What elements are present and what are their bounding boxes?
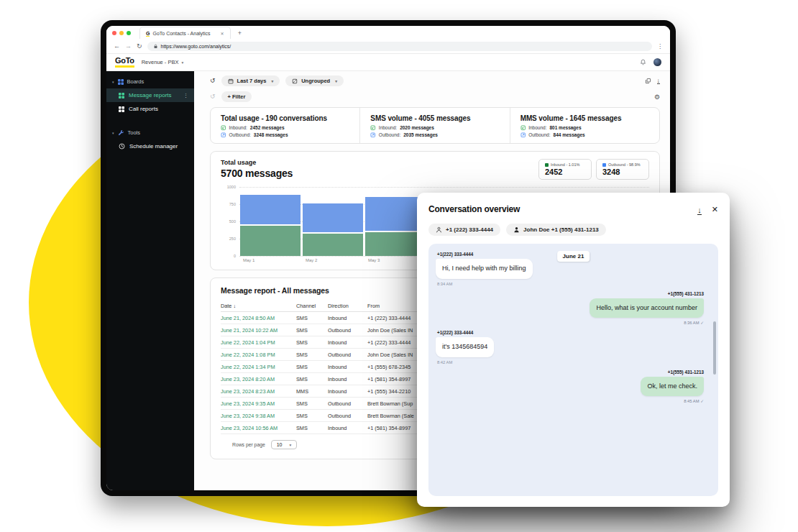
stat-line-label: Inbound: xyxy=(528,125,546,130)
toolbar-row-1: ↺ Last 7 days ▾ Ungrouped ▾ xyxy=(210,75,660,86)
sidebar-section-label: Boards xyxy=(127,78,145,85)
date-link[interactable]: June 23, 2024 9:38 AM xyxy=(221,413,296,419)
inbound-message-icon xyxy=(520,125,526,131)
refresh-icon[interactable]: ↺ xyxy=(210,78,216,84)
reload-icon[interactable]: ↻ xyxy=(137,43,142,50)
stat-line-value: 844 messages xyxy=(554,132,585,137)
rows-per-page-label: Rows per page xyxy=(232,442,265,447)
table-cell: SMS xyxy=(296,425,328,431)
participant-pill[interactable]: John Doe +1 (555) 431-1213 xyxy=(506,224,606,236)
sidebar-item-call-reports[interactable]: Call reports xyxy=(106,102,194,116)
date-link[interactable]: June 22, 2024 1:08 PM xyxy=(221,352,296,358)
stat-line-label: Outbound: xyxy=(229,132,251,137)
chat-scrollbar[interactable] xyxy=(713,321,716,375)
table-cell: Inbound xyxy=(328,425,367,431)
app-header: GoTo Revenue - PBX ▾ xyxy=(106,54,670,71)
column-header-direction[interactable]: Direction xyxy=(328,303,367,309)
date-range-label: Last 7 days xyxy=(237,78,267,84)
column-header-channel[interactable]: Channel xyxy=(296,303,328,309)
sidebar-section-boards[interactable]: ▾Boards xyxy=(106,75,194,88)
message-bubble: it's 1345684594 xyxy=(436,337,494,357)
participant-pill[interactable]: +1 (222) 333-4444 xyxy=(428,224,500,236)
maximize-window-button[interactable] xyxy=(127,31,131,35)
stat-line-label: Outbound: xyxy=(528,132,550,137)
minimize-window-button[interactable] xyxy=(119,31,124,35)
legend-label: Inbound - 1.01% xyxy=(551,162,579,167)
table-cell: Outbound xyxy=(328,400,367,407)
date-link[interactable]: June 22, 2024 1:04 PM xyxy=(221,339,296,346)
kebab-menu-icon[interactable]: ⋮ xyxy=(183,93,188,98)
browser-menu-icon[interactable]: ⋮ xyxy=(657,43,663,50)
legend-label-row: Outbound - 98.9% xyxy=(602,162,643,167)
stat-title: Total usage - 190 conversations xyxy=(221,114,349,122)
chat-transcript: June 21 +1(222) 333-4444Hi, I need help … xyxy=(428,244,718,496)
workspace-selector[interactable]: Revenue - PBX ▾ xyxy=(142,59,183,65)
sidebar-item-message-reports[interactable]: Message reports⋮ xyxy=(106,88,194,102)
new-tab-button[interactable]: + xyxy=(238,29,242,37)
stacked-bar[interactable] xyxy=(240,187,301,256)
stat-title: MMS volume - 1645 messages xyxy=(520,114,649,122)
date-link[interactable]: June 23, 2024 8:23 AM xyxy=(221,388,296,395)
chat-message-left: +1(222) 333-4444it's 13456845948:42 AM xyxy=(436,330,711,364)
back-icon[interactable]: ← xyxy=(114,43,120,50)
participant-label: +1 (222) 333-4444 xyxy=(446,226,493,233)
table-cell: Outbound xyxy=(328,352,367,358)
inbound-message-icon xyxy=(370,125,376,131)
clock-icon xyxy=(119,143,125,150)
stat-title: SMS volume - 4055 messages xyxy=(370,114,499,122)
sidebar-section-tools[interactable]: ▾Tools xyxy=(106,126,194,139)
outbound-message-icon xyxy=(520,132,526,138)
table-cell: Inbound xyxy=(328,388,367,395)
date-link[interactable]: June 21, 2024 8:50 AM xyxy=(221,315,296,321)
close-icon[interactable]: ✕ xyxy=(712,206,718,214)
chart-x-tick: May 1 xyxy=(240,258,301,262)
sidebar: ▾BoardsMessage reports⋮Call reports▾Tool… xyxy=(106,71,194,490)
message-bubble: Hi, I need help with my billing xyxy=(436,259,533,279)
download-conversation-icon[interactable]: ↓ xyxy=(697,203,702,216)
tab-close-icon[interactable]: ✕ xyxy=(221,31,224,36)
column-header-date[interactable]: Date ↓ xyxy=(221,303,296,309)
stacked-bar[interactable] xyxy=(303,187,363,256)
stat-section: Total usage - 190 conversationsInbound:2… xyxy=(211,108,359,143)
rows-per-page-select[interactable]: 10 ▾ xyxy=(271,440,298,449)
message-bubble: Ok, let me check. xyxy=(641,377,704,397)
user-avatar[interactable] xyxy=(653,58,661,66)
usage-legend: Inbound - 1.01%2452Outbound - 98.9%3248 xyxy=(538,159,649,180)
table-cell: Outbound xyxy=(328,413,367,419)
date-link[interactable]: June 23, 2024 10:56 AM xyxy=(221,425,296,431)
browser-tab[interactable]: G GoTo Contacts - Analytics ✕ xyxy=(139,27,231,40)
inbound-segment xyxy=(303,234,363,256)
date-link[interactable]: June 22, 2024 1:34 PM xyxy=(221,364,296,370)
person-outline-icon xyxy=(436,226,442,233)
grouping-filter[interactable]: Ungrouped ▾ xyxy=(285,75,344,86)
notifications-bell-icon[interactable] xyxy=(640,59,646,65)
person-filled-icon xyxy=(513,226,520,233)
sidebar-item-schedule-manager[interactable]: Schedule manager xyxy=(106,139,194,153)
legend-label: Outbound - 98.9% xyxy=(608,162,641,167)
date-link[interactable]: June 21, 2024 10:22 AM xyxy=(221,327,296,334)
table-cell: SMS xyxy=(296,413,328,419)
calendar-icon xyxy=(228,78,234,84)
download-icon[interactable]: ↓ xyxy=(657,78,661,85)
table-cell: Inbound xyxy=(328,315,367,321)
close-window-button[interactable] xyxy=(112,31,116,35)
outbound-message-icon xyxy=(221,132,226,138)
table-cell: SMS xyxy=(296,339,328,346)
refresh-icon-disabled[interactable]: ↺ xyxy=(210,93,216,100)
copy-board-icon[interactable] xyxy=(645,78,651,84)
stats-summary-card: Total usage - 190 conversationsInbound:2… xyxy=(210,107,660,144)
tools-icon xyxy=(118,129,124,136)
add-filter-button[interactable]: + Filter xyxy=(221,91,252,102)
settings-gear-icon[interactable]: ⚙ xyxy=(654,93,660,101)
date-link[interactable]: June 23, 2024 8:20 AM xyxy=(221,376,296,382)
legend-color-swatch xyxy=(545,163,549,167)
url-bar[interactable]: https://www.goto.com/analytics/ xyxy=(147,42,652,51)
message-sender: +1(555) 431-1213 xyxy=(437,291,704,296)
date-link[interactable]: June 23, 2024 9:35 AM xyxy=(221,400,296,407)
message-sender: +1(222) 333-4444 xyxy=(437,330,711,335)
table-cell: SMS xyxy=(296,315,328,321)
legend-stat-box: Outbound - 98.9%3248 xyxy=(596,159,649,180)
outbound-segment xyxy=(240,195,301,224)
forward-icon[interactable]: → xyxy=(125,43,132,50)
date-range-filter[interactable]: Last 7 days ▾ xyxy=(221,75,280,86)
